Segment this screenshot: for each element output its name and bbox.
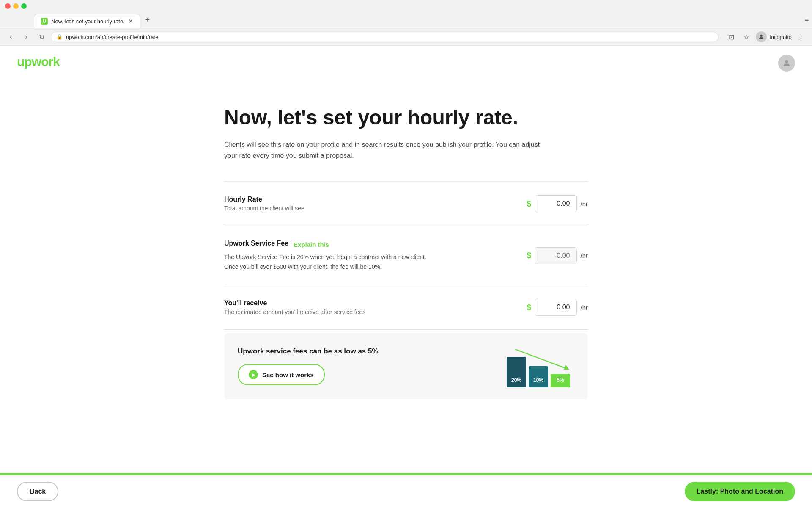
forward-nav-button[interactable]: › [20, 31, 32, 43]
service-fee-row: Upwork Service Fee Explain this The Upwo… [224, 226, 588, 285]
service-fee-value-group: $ -0.00 /hr [527, 247, 588, 264]
hourly-rate-input-group: $ /hr [527, 195, 588, 212]
browser-tab-active[interactable]: U Now, let's set your hourly rate. ✕ [34, 14, 140, 28]
bar-20-percent: 20% [507, 357, 526, 387]
browser-chrome: U Now, let's set your hourly rate. ✕ + ≡… [0, 0, 812, 46]
youll-receive-dollar-sign: $ [527, 303, 531, 312]
youll-receive-input-group: $ /hr [527, 299, 588, 316]
bar-10-percent: 10% [529, 366, 548, 387]
youll-receive-unit: /hr [580, 304, 588, 311]
cast-icon[interactable]: ⊡ [725, 31, 737, 43]
info-card-left: Upwork service fees can be as low as 5% … [238, 347, 507, 385]
service-fee-desc-line1: The Upwork Service Fee is 20% when you b… [224, 252, 436, 271]
fee-chart-bars: 20% 10% 5% [507, 353, 570, 387]
hourly-rate-row: Hourly Rate Total amount the client will… [224, 182, 588, 226]
lock-icon: 🔒 [56, 34, 63, 40]
youll-receive-desc: The estimated amount you'll receive afte… [224, 309, 527, 315]
page-title: Now, let's set your hourly rate. [224, 106, 588, 129]
youll-receive-input[interactable] [535, 299, 577, 316]
incognito-avatar [756, 31, 767, 42]
traffic-light-yellow[interactable] [13, 3, 19, 9]
incognito-button[interactable]: Incognito [756, 31, 792, 42]
youll-receive-label-group: You'll receive The estimated amount you'… [224, 299, 527, 315]
see-how-it-works-button[interactable]: ▶ See how it works [238, 364, 325, 385]
bar-20-label: 20% [507, 375, 526, 385]
tab-favicon-icon: U [41, 18, 48, 25]
traffic-light-red[interactable] [5, 3, 11, 9]
browser-tab-bar: U Now, let's set your hourly rate. ✕ + ≡ [0, 12, 812, 28]
browser-more-icon[interactable]: ⋮ [795, 31, 807, 43]
new-tab-button[interactable]: + [140, 12, 155, 28]
page-subtitle: Clients will see this rate on your profi… [224, 139, 554, 161]
tab-close-button[interactable]: ✕ [128, 18, 133, 25]
service-fee-value: -0.00 [535, 247, 577, 264]
info-card: Upwork service fees can be as low as 5% … [224, 333, 588, 399]
info-card-title: Upwork service fees can be as low as 5% [238, 347, 507, 356]
youll-receive-row: You'll receive The estimated amount you'… [224, 285, 588, 330]
address-bar[interactable]: 🔒 upwork.com/ab/create-profile/min/rate [51, 32, 719, 42]
service-fee-label: Upwork Service Fee [224, 240, 288, 247]
page-wrapper: upwork Now, let's set your hourly rate. … [0, 46, 812, 469]
service-fee-dollar-sign: $ [527, 251, 531, 260]
hourly-rate-dollar-sign: $ [527, 199, 531, 209]
hourly-rate-label-group: Hourly Rate Total amount the client will… [224, 196, 527, 212]
browser-toolbar: ‹ › ↻ 🔒 upwork.com/ab/create-profile/min… [0, 28, 812, 45]
reload-button[interactable]: ↻ [36, 31, 47, 43]
svg-text:upwork: upwork [17, 55, 60, 69]
back-nav-button[interactable]: ‹ [5, 31, 17, 43]
svg-point-2 [785, 60, 788, 63]
see-how-btn-label: See how it works [262, 371, 314, 378]
url-text: upwork.com/ab/create-profile/min/rate [66, 34, 158, 40]
rate-section: Hourly Rate Total amount the client will… [224, 181, 588, 330]
upwork-logo: upwork [17, 54, 63, 72]
traffic-lights [5, 3, 27, 9]
site-header: upwork [0, 46, 812, 80]
bar-5-label: 5% [551, 375, 570, 385]
play-icon: ▶ [249, 370, 258, 379]
bar-10-label: 10% [529, 375, 548, 385]
avatar[interactable] [778, 55, 795, 72]
main-content: Now, let's set your hourly rate. Clients… [216, 80, 596, 450]
browser-actions: ⊡ ☆ Incognito ⋮ [725, 31, 807, 43]
browser-titlebar [0, 0, 812, 12]
traffic-light-green[interactable] [21, 3, 27, 9]
explain-this-link[interactable]: Explain this [294, 241, 329, 248]
incognito-label: Incognito [769, 34, 792, 40]
hourly-rate-input[interactable] [535, 195, 577, 212]
service-fee-label-row: Upwork Service Fee Explain this [224, 240, 527, 249]
hourly-rate-unit: /hr [580, 200, 588, 207]
tab-title: Now, let's set your hourly rate. [51, 18, 125, 25]
service-fee-unit: /hr [580, 252, 588, 259]
hourly-rate-desc: Total amount the client will see [224, 205, 527, 212]
service-fee-label-group: Upwork Service Fee Explain this The Upwo… [224, 240, 527, 271]
youll-receive-label: You'll receive [224, 299, 527, 307]
bar-5-percent: 5% [551, 374, 570, 387]
browser-menu-icon[interactable]: ≡ [801, 14, 812, 28]
hourly-rate-label: Hourly Rate [224, 196, 527, 203]
svg-point-0 [760, 35, 763, 37]
bookmark-icon[interactable]: ☆ [741, 31, 752, 43]
fee-chart-container: 20% 10% 5% [507, 345, 574, 387]
